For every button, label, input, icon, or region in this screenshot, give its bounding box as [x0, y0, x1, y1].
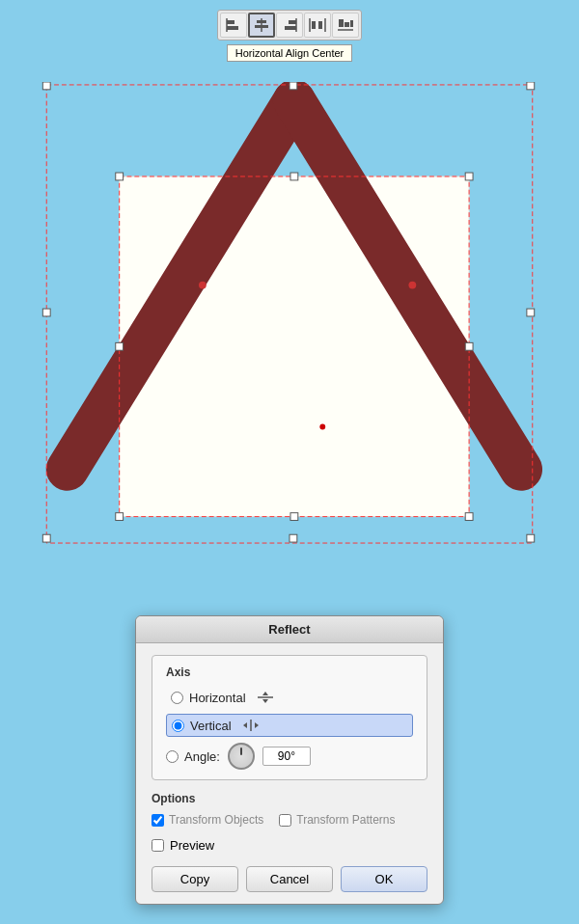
svg-marker-43 [262, 699, 268, 703]
svg-rect-25 [42, 82, 50, 90]
axis-label: Axis [166, 666, 413, 679]
transform-patterns-checkbox[interactable] [279, 814, 291, 827]
vertical-axis-icon [241, 718, 261, 733]
svg-point-20 [319, 424, 325, 430]
transform-objects-checkbox[interactable] [152, 814, 164, 827]
axis-section: Axis Horizontal Vertical [152, 655, 427, 780]
align-bottom-button[interactable] [332, 13, 359, 38]
svg-rect-9 [312, 21, 316, 29]
svg-rect-28 [42, 309, 50, 316]
dialog-titlebar: Reflect [136, 616, 443, 643]
toolbar-tooltip: Horizontal Align Center [227, 44, 353, 62]
vertical-label: Vertical [190, 719, 232, 733]
svg-rect-10 [318, 21, 322, 29]
svg-rect-14 [345, 22, 349, 27]
toolbar: Horizontal Align Center [217, 10, 362, 62]
horizontal-radio-row[interactable]: Horizontal [166, 687, 413, 708]
svg-rect-26 [290, 82, 297, 90]
svg-rect-31 [290, 534, 297, 542]
svg-rect-30 [42, 534, 50, 542]
transform-patterns-item[interactable]: Transform Patterns [279, 813, 395, 827]
preview-checkbox[interactable] [152, 839, 164, 852]
svg-rect-39 [290, 513, 298, 521]
svg-rect-17 [120, 177, 469, 517]
angle-dial[interactable] [228, 743, 255, 770]
svg-rect-6 [289, 20, 296, 24]
align-right-button[interactable] [276, 13, 303, 38]
align-left-button[interactable] [220, 13, 247, 38]
svg-rect-38 [116, 513, 124, 521]
vertical-radio[interactable] [172, 720, 184, 732]
reflect-dialog: Reflect Axis Horizontal [135, 615, 444, 905]
svg-rect-15 [350, 20, 353, 27]
transform-patterns-label: Transform Patterns [296, 813, 395, 827]
horizontal-radio[interactable] [171, 692, 183, 704]
angle-radio-container[interactable]: Angle: [166, 749, 220, 764]
options-section: Options Transform Objects Transform Patt… [152, 792, 427, 827]
svg-rect-13 [339, 19, 344, 27]
button-row: Copy Cancel OK [152, 866, 427, 892]
svg-rect-1 [227, 26, 238, 30]
ok-button[interactable]: OK [341, 866, 427, 892]
svg-marker-45 [243, 722, 247, 728]
options-title: Options [152, 792, 427, 805]
toolbar-buttons [217, 10, 362, 41]
horizontal-axis-icon [256, 690, 275, 705]
svg-rect-0 [227, 20, 234, 24]
distribute-h-button[interactable] [304, 13, 331, 38]
preview-label: Preview [170, 838, 214, 853]
angle-row: Angle: [166, 743, 413, 770]
svg-rect-27 [527, 82, 535, 90]
artwork-svg [29, 82, 550, 545]
vertical-radio-row[interactable]: Vertical [166, 714, 413, 737]
checkbox-row: Transform Objects Transform Patterns [152, 813, 427, 827]
svg-marker-42 [262, 692, 268, 695]
svg-rect-36 [116, 342, 124, 350]
angle-radio[interactable] [166, 750, 179, 763]
svg-rect-29 [527, 309, 535, 316]
svg-rect-35 [465, 173, 473, 180]
preview-row[interactable]: Preview [152, 838, 427, 853]
svg-rect-40 [465, 513, 473, 521]
canvas-area [29, 82, 550, 545]
dialog-body: Axis Horizontal Vertical [136, 643, 443, 904]
horizontal-label: Horizontal [189, 691, 246, 705]
svg-rect-33 [116, 173, 124, 180]
align-center-h-button[interactable] [248, 13, 275, 38]
transform-objects-item[interactable]: Transform Objects [152, 813, 263, 827]
svg-rect-34 [290, 173, 298, 180]
svg-rect-32 [527, 534, 535, 542]
svg-marker-46 [255, 722, 259, 728]
cancel-button[interactable]: Cancel [246, 866, 333, 892]
transform-objects-label: Transform Objects [169, 813, 263, 827]
svg-rect-37 [465, 342, 473, 350]
copy-button[interactable]: Copy [152, 866, 238, 892]
angle-input[interactable] [262, 747, 311, 766]
svg-point-22 [408, 282, 416, 289]
svg-point-21 [199, 282, 207, 289]
svg-rect-7 [285, 26, 296, 30]
angle-label: Angle: [184, 749, 220, 764]
